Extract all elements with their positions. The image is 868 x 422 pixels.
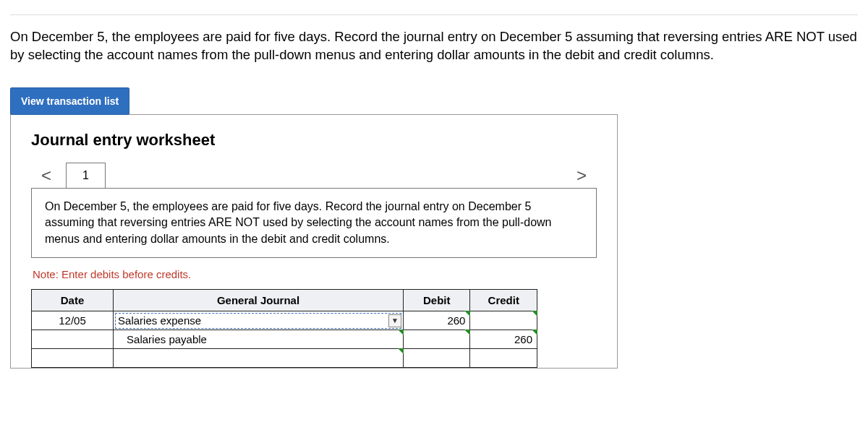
debit-cell[interactable]: 260 — [403, 311, 470, 330]
credit-value: 260 — [514, 333, 532, 345]
debit-value: 260 — [447, 314, 465, 327]
note-text: Note: Enter debits before credits. — [31, 258, 597, 289]
corner-tick-icon — [532, 330, 537, 335]
header-debit: Debit — [403, 290, 470, 311]
account-value: Salaries expense — [118, 314, 201, 327]
header-credit: Credit — [470, 290, 537, 311]
header-date: Date — [32, 290, 114, 311]
date-cell[interactable]: 12/05 — [32, 311, 114, 330]
dropdown-arrow-icon[interactable]: ▼ — [388, 314, 401, 327]
view-transaction-list-button[interactable]: View transaction list — [10, 87, 129, 115]
tab-1[interactable]: 1 — [66, 163, 106, 188]
credit-cell[interactable]: 260 — [470, 330, 537, 349]
debit-cell[interactable] — [403, 349, 470, 368]
date-cell[interactable] — [32, 349, 114, 368]
corner-tick-icon — [532, 311, 537, 316]
account-dropdown[interactable]: Salaries payable — [114, 330, 404, 349]
account-value: Salaries payable — [127, 333, 207, 345]
journal-table: Date General Journal Debit Credit 12/05 … — [31, 289, 537, 368]
instruction-box: On December 5, the employees are paid fo… — [31, 188, 597, 258]
debit-cell[interactable] — [403, 330, 470, 349]
table-row: Salaries payable 260 — [32, 330, 537, 349]
credit-cell[interactable] — [470, 311, 537, 330]
intro-text: On December 5, the employees are paid fo… — [10, 28, 858, 64]
tab-row: < 1 > — [31, 163, 597, 189]
account-dropdown[interactable] — [114, 349, 404, 368]
chevron-left-icon[interactable]: < — [31, 163, 61, 189]
header-general-journal: General Journal — [114, 290, 404, 311]
credit-cell[interactable] — [470, 349, 537, 368]
journal-panel: Journal entry worksheet < 1 > On Decembe… — [10, 114, 618, 369]
account-dropdown[interactable]: Salaries expense ▼ — [114, 311, 404, 330]
table-row: 12/05 Salaries expense ▼ 260 — [32, 311, 537, 330]
date-cell[interactable] — [32, 330, 114, 349]
chevron-right-icon[interactable]: > — [566, 163, 597, 189]
table-row — [32, 349, 537, 368]
panel-title: Journal entry worksheet — [31, 131, 597, 150]
